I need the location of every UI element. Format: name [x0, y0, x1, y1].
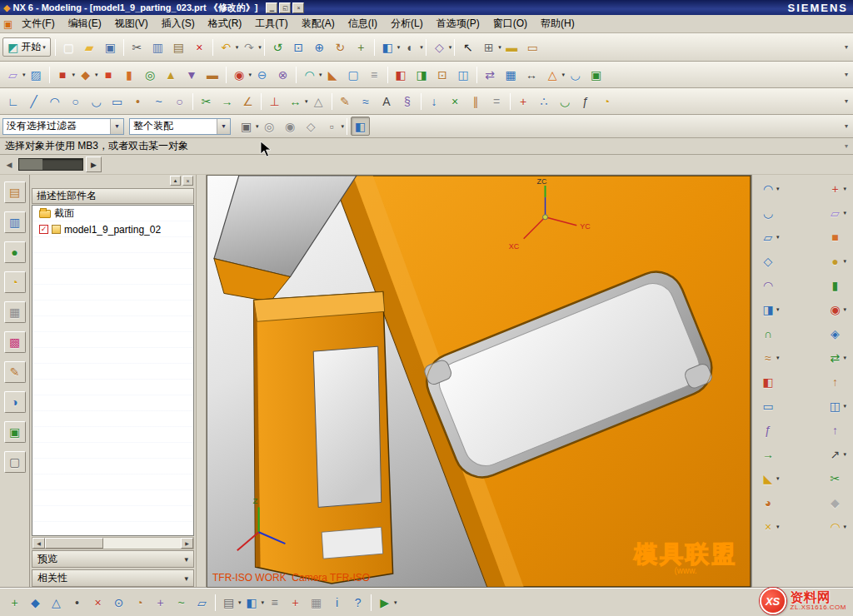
make-corner-button[interactable]: ∠ — [238, 92, 257, 111]
shaded-display-button[interactable]: ◧ — [378, 37, 397, 57]
scale-body-button[interactable]: ↗ — [826, 445, 844, 464]
selection-arrow-button[interactable]: ↖ — [458, 37, 477, 57]
point-set-button[interactable]: ∴ — [535, 92, 554, 111]
highlight-selection-button[interactable]: ◇ — [302, 117, 321, 136]
offset-surface-button-dropdown-arrow-icon[interactable]: ▾ — [776, 355, 780, 361]
deselect-all-button[interactable]: ◉ — [281, 117, 300, 136]
trim-sheet-button[interactable]: ✂ — [826, 469, 844, 488]
refresh-view-button[interactable]: ↺ — [268, 37, 287, 57]
shaded-work-view-button[interactable]: ◧ — [351, 117, 370, 136]
circle-button[interactable]: ○ — [66, 92, 85, 111]
chamfer-button[interactable]: ◣ — [323, 65, 342, 84]
point-on-curve-button[interactable]: ~ — [172, 593, 191, 612]
move-object-button[interactable]: ↔ — [522, 65, 541, 84]
snap-options-button[interactable]: ⊞ — [479, 37, 498, 57]
toolbar-overflow-chevron[interactable]: ▾ — [845, 43, 851, 51]
section-surface-button[interactable]: ◨ — [759, 301, 777, 319]
paste-button[interactable]: ▤ — [169, 37, 188, 57]
panel-splitter[interactable] — [197, 175, 207, 588]
prompt-overflow-chevron[interactable]: ▾ — [845, 142, 848, 150]
point-dialog-button-dropdown-arrow-icon[interactable]: ▾ — [843, 186, 846, 192]
cylinder-button[interactable]: ▮ — [120, 65, 139, 84]
profile-button[interactable]: ∟ — [3, 92, 22, 111]
mid-point-button[interactable]: △ — [47, 593, 66, 612]
doc-restore-button[interactable]: ◱ — [279, 2, 291, 13]
edge-blend-button[interactable]: ◠ — [300, 65, 319, 84]
pad-button[interactable]: ▬ — [203, 65, 222, 84]
nav-back-button[interactable]: ◀ — [2, 157, 16, 172]
instance-geometry-button[interactable]: ▣ — [586, 65, 606, 84]
intersection-point-button[interactable]: × — [88, 593, 107, 612]
studio-surface-button[interactable]: ◠ — [759, 276, 777, 295]
end-point-button[interactable]: ◆ — [26, 593, 45, 612]
type-filter-button[interactable]: ▣ — [237, 117, 256, 136]
quadrant-point-button[interactable]: ◔ — [130, 593, 149, 612]
constraints-button[interactable]: ⊥ — [265, 92, 284, 111]
spline-button[interactable]: ~ — [149, 92, 168, 111]
rotate-view-button[interactable]: ↻ — [331, 37, 350, 57]
layer-settings-button[interactable]: ≡ — [265, 593, 284, 612]
dependencies-section-bar[interactable]: 相关性 ▾ — [32, 569, 194, 587]
orient-view-button[interactable]: ◇ — [430, 37, 449, 57]
point-on-face-button[interactable]: ▱ — [192, 593, 212, 612]
context-help-button[interactable]: ? — [348, 593, 367, 612]
history-tab[interactable]: ◔ — [4, 271, 26, 293]
ellipse-button[interactable]: ○ — [170, 92, 189, 111]
bounded-plane-button[interactable]: ▭ — [759, 397, 777, 415]
sew-button[interactable]: ◫ — [454, 65, 473, 84]
redo-button[interactable]: ↷ — [239, 37, 258, 57]
menu-item-8[interactable]: 信息(I) — [342, 15, 384, 32]
datum-plane-grid-button[interactable]: ▱ — [826, 204, 844, 222]
cube-primitive-button[interactable]: ■ — [826, 228, 844, 246]
hexagon-tool-button[interactable]: ◆ — [826, 494, 844, 512]
extrude-button[interactable]: ■ — [53, 65, 72, 84]
ruler-button[interactable]: ▭ — [523, 37, 542, 57]
flange-surface-button-dropdown-arrow-icon[interactable]: ▾ — [776, 475, 780, 482]
new-button[interactable]: ▢ — [59, 37, 78, 57]
menu-item-11[interactable]: 窗口(O) — [486, 15, 534, 32]
dimensions-button[interactable]: ↔ — [286, 92, 305, 111]
menu-item-10[interactable]: 首选项(P) — [430, 15, 486, 32]
thicken-button[interactable]: ⊡ — [433, 65, 452, 84]
patch-body-button[interactable]: ◫ — [826, 397, 844, 415]
helix-button[interactable]: § — [398, 92, 417, 111]
toolbar-overflow-chevron[interactable]: ▾ — [845, 97, 851, 105]
assembly-navigator-tab[interactable]: ▤ — [4, 181, 26, 203]
display-constraints-button[interactable]: △ — [309, 92, 328, 111]
play-macro-button-dropdown-arrow-icon[interactable]: ▾ — [394, 599, 397, 606]
sphere-primitive-button[interactable]: ● — [826, 252, 844, 271]
existing-point-button[interactable]: + — [151, 593, 170, 612]
datum-plane-button[interactable]: ▱ — [3, 65, 22, 84]
part-checkbox[interactable]: ✓ — [39, 225, 48, 234]
quick-trim-button[interactable]: ✂ — [197, 92, 216, 111]
datum-csys-button[interactable]: + — [514, 92, 533, 111]
offset-face-button[interactable]: ↑ — [826, 421, 844, 440]
menu-options-button[interactable]: ▤ — [219, 593, 238, 612]
copy-button[interactable]: ▥ — [148, 37, 167, 57]
render-style-button[interactable]: ◐ — [401, 37, 420, 57]
menu-item-9[interactable]: 分析(L) — [384, 15, 430, 32]
start-dropdown-arrow-icon[interactable]: ▾ — [42, 44, 46, 51]
measure-distance-button[interactable]: ▬ — [502, 37, 521, 57]
wave-geometry-linker-button-dropdown-arrow-icon[interactable]: ▾ — [843, 355, 846, 361]
redo-button-dropdown-arrow-icon[interactable]: ▾ — [258, 44, 262, 51]
pocket-button[interactable]: ▼ — [182, 65, 202, 84]
selection-scope-dropdown-icon[interactable]: ▼ — [217, 119, 230, 134]
through-curves-button-dropdown-arrow-icon[interactable]: ▾ — [776, 186, 780, 192]
open-button[interactable]: ▰ — [80, 37, 99, 57]
pattern-feature-button[interactable]: ▦ — [501, 65, 521, 84]
scroll-track[interactable] — [45, 538, 181, 549]
scroll-left-button[interactable]: ◀ — [32, 538, 45, 549]
split-body-button[interactable]: ◨ — [412, 65, 431, 84]
scroll-right-button[interactable]: ▶ — [181, 538, 193, 549]
point-button[interactable]: • — [128, 92, 147, 111]
synchronous-modeling-button[interactable]: △ — [543, 65, 562, 84]
selection-filter-combo[interactable]: 没有选择过滤器 ▼ — [2, 118, 124, 135]
extract-geometry-button[interactable]: ◈ — [826, 325, 844, 343]
ruled-surface-button-dropdown-arrow-icon[interactable]: ▾ — [776, 234, 780, 241]
offset-surface-button[interactable]: ≈ — [759, 349, 777, 367]
boolean-button[interactable]: ◉ — [826, 301, 844, 319]
tree-row-section[interactable]: 截面 — [32, 206, 193, 221]
datum-plane-grid-button-dropdown-arrow-icon[interactable]: ▾ — [843, 210, 846, 216]
studio-spline-button[interactable]: ≈ — [357, 92, 376, 111]
